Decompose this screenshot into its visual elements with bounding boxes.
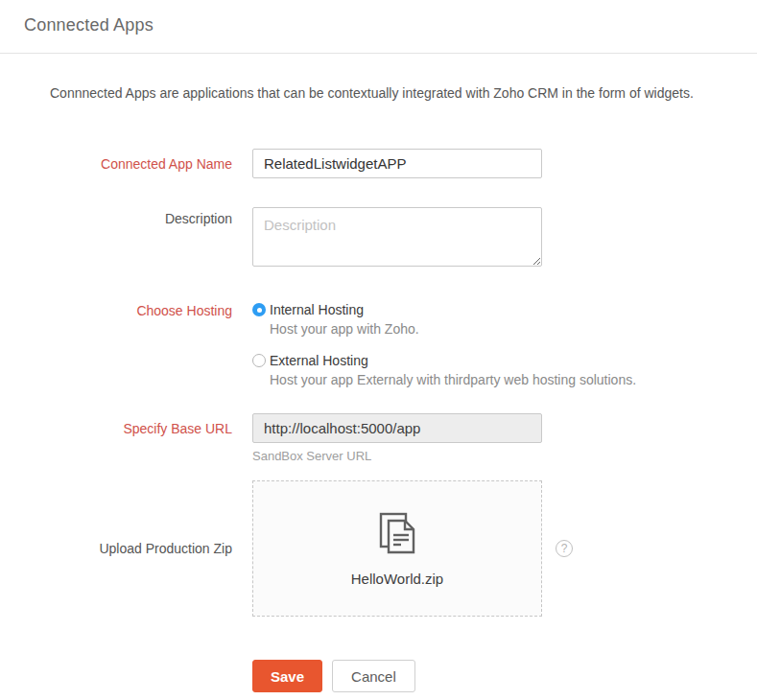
hosting-label: Choose Hosting (0, 302, 232, 318)
external-hosting-radio-line[interactable]: External Hosting (252, 353, 636, 368)
hosting-row: Choose Hosting Internal Hosting Host you… (0, 302, 757, 387)
intro-text: Connnected Apps are applications that ca… (50, 85, 757, 101)
description-label: Description (0, 207, 232, 226)
page-header: Connected Apps (0, 0, 757, 54)
app-name-row: Connected App Name (0, 149, 757, 178)
base-url-help: SandBox Server URL (252, 449, 542, 463)
internal-hosting-label: Internal Hosting (270, 302, 364, 317)
file-document-icon (378, 511, 416, 559)
internal-hosting-help: Host your app with Zoho. (270, 321, 636, 337)
question-mark-icon[interactable]: ? (556, 540, 573, 557)
upload-label: Upload Production Zip (0, 541, 232, 556)
description-row: Description (0, 207, 757, 270)
radio-unselected-icon[interactable] (252, 354, 266, 367)
uploaded-file-name: HelloWorld.zip (351, 571, 443, 587)
form-actions: Save Cancel (252, 660, 757, 692)
save-button[interactable]: Save (252, 660, 322, 692)
base-url-label: Specify Base URL (0, 413, 232, 436)
app-name-label: Connected App Name (0, 156, 232, 172)
base-url-row: Specify Base URL SandBox Server URL (0, 413, 757, 463)
description-textarea[interactable] (252, 207, 542, 267)
internal-hosting-radio-line[interactable]: Internal Hosting (252, 302, 636, 317)
hosting-option-external: External Hosting Host your app Externaly… (252, 353, 636, 387)
external-hosting-label: External Hosting (270, 353, 368, 368)
base-url-input (252, 413, 542, 443)
app-name-input[interactable] (252, 149, 542, 178)
cancel-button[interactable]: Cancel (332, 660, 415, 692)
upload-dropzone[interactable]: HelloWorld.zip (252, 480, 542, 617)
hosting-option-internal: Internal Hosting Host your app with Zoho… (252, 302, 636, 337)
page-title: Connected Apps (24, 15, 757, 35)
upload-row: Upload Production Zip HelloWorld.zip ? (0, 480, 757, 617)
external-hosting-help: Host your app Externaly with thirdparty … (270, 372, 636, 387)
radio-selected-icon[interactable] (252, 303, 266, 316)
connected-app-form: Connected App Name Description Choose Ho… (0, 149, 757, 692)
